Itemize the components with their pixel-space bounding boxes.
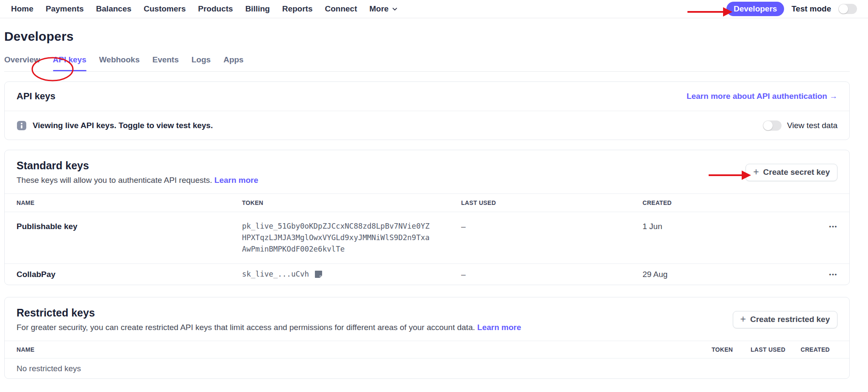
restricted-keys-learn-more-link[interactable]: Learn more [477,323,521,332]
chevron-down-icon [392,6,398,12]
tab-api-keys[interactable]: API keys [53,55,86,71]
view-test-data-label: View test data [787,121,837,130]
restricted-keys-subtitle: For greater security, you can create res… [17,323,521,332]
nav-item-payments[interactable]: Payments [46,4,84,14]
top-nav: Home Payments Balances Customers Product… [0,0,868,18]
secret-key-token[interactable]: sk_live_...uCvh [242,269,309,280]
nav-item-home[interactable]: Home [11,4,33,14]
restricted-keys-subtitle-text: For greater security, you can create res… [17,323,475,332]
learn-more-api-authentication-link[interactable]: Learn more about API authentication → [687,92,837,101]
main-content: Developers Overview API keys Webhooks Ev… [0,29,868,379]
plus-icon: + [740,314,746,324]
table-row-collabpay: CollabPay sk_live_...uCvh – 29 Aug ••• [5,263,849,285]
tabs-divider [4,71,850,72]
top-nav-right: Developers Test mode [726,2,857,16]
token-line: pk_live_51Gby0oKDpZJCcxNC88zd8LpBv7NVie0… [242,221,461,232]
created-value: 1 Jun [643,221,808,231]
api-keys-card: API keys Learn more about API authentica… [4,81,850,140]
tab-events[interactable]: Events [152,55,178,71]
create-restricted-key-label: Create restricted key [750,315,830,324]
token-line: HPXTqzLJMJA3MglOwxVYGLd9xyJMMNiWlS9D2n9T… [242,232,461,244]
restricted-keys-header-text: Restricted keys For greater security, yo… [17,307,521,332]
nav-item-connect[interactable]: Connect [325,4,357,14]
created-value: 29 Aug [643,270,808,279]
viewing-live-keys-text: Viewing live API keys. Toggle to view te… [33,121,213,130]
toggle-knob [763,121,773,130]
plus-icon: + [753,167,759,177]
api-keys-heading: API keys [17,91,56,102]
col-name: NAME [17,346,712,353]
standard-keys-learn-more-link[interactable]: Learn more [214,176,258,185]
restricted-keys-empty-row: No restricted keys [5,358,849,378]
col-last-used: LAST USED [751,346,801,353]
standard-keys-heading: Standard keys [17,160,258,172]
tab-webhooks[interactable]: Webhooks [99,55,140,71]
nav-item-more-label: More [370,4,389,14]
standard-keys-subtitle-text: These keys will allow you to authenticat… [17,176,212,185]
nav-item-reports[interactable]: Reports [282,4,313,14]
info-icon [17,120,27,131]
nav-item-balances[interactable]: Balances [96,4,131,14]
nav-item-customers[interactable]: Customers [144,4,186,14]
last-used-value: – [461,270,643,279]
nav-item-more[interactable]: More [370,4,398,14]
toggle-knob [839,4,848,14]
tab-logs[interactable]: Logs [192,55,211,71]
row-overflow-menu-button[interactable]: ••• [829,271,837,277]
restricted-keys-table-header: NAME TOKEN LAST USED CREATED [5,341,849,358]
col-created: CREATED [801,346,831,353]
col-created: CREATED [643,199,808,206]
col-token: TOKEN [712,346,751,353]
copy-icon[interactable] [314,270,323,279]
row-overflow-menu-button[interactable]: ••• [829,221,837,230]
view-test-data-toggle[interactable] [763,120,782,131]
test-mode-label: Test mode [791,4,831,14]
create-secret-key-button[interactable]: + Create secret key [746,164,837,181]
token-line: AwPminBMPKOdF002e6kvlTe [242,244,461,255]
key-name: CollabPay [17,270,242,279]
col-name: NAME [17,199,242,206]
standard-keys-header-text: Standard keys These keys will allow you … [17,160,258,185]
publishable-key-token[interactable]: pk_live_51Gby0oKDpZJCcxNC88zd8LpBv7NVie0… [242,221,461,255]
standard-keys-card: Standard keys These keys will allow you … [4,150,850,285]
standard-keys-table-header: NAME TOKEN LAST USED CREATED [5,193,849,212]
restricted-keys-card: Restricted keys For greater security, yo… [4,297,850,379]
key-name: Publishable key [17,221,242,231]
col-last-used: LAST USED [461,199,643,206]
col-token: TOKEN [242,199,461,206]
tab-overview[interactable]: Overview [4,55,40,71]
last-used-value: – [461,221,643,231]
no-restricted-keys-text: No restricted keys [17,364,712,373]
nav-item-billing[interactable]: Billing [245,4,270,14]
table-row-publishable-key: Publishable key pk_live_51Gby0oKDpZJCcxN… [5,212,849,263]
top-nav-items: Home Payments Balances Customers Product… [11,4,398,14]
developers-button[interactable]: Developers [726,2,784,16]
tab-apps[interactable]: Apps [223,55,244,71]
page-title: Developers [4,29,850,44]
developers-tabs: Overview API keys Webhooks Events Logs A… [4,55,850,71]
restricted-keys-heading: Restricted keys [17,307,521,319]
nav-item-products[interactable]: Products [198,4,233,14]
create-restricted-key-button[interactable]: + Create restricted key [733,311,837,328]
create-secret-key-label: Create secret key [763,168,830,177]
view-test-data-control: View test data [763,120,837,131]
standard-keys-subtitle: These keys will allow you to authenticat… [17,176,258,185]
test-mode-toggle[interactable] [838,4,857,14]
developers-page: Home Payments Balances Customers Product… [0,0,868,392]
